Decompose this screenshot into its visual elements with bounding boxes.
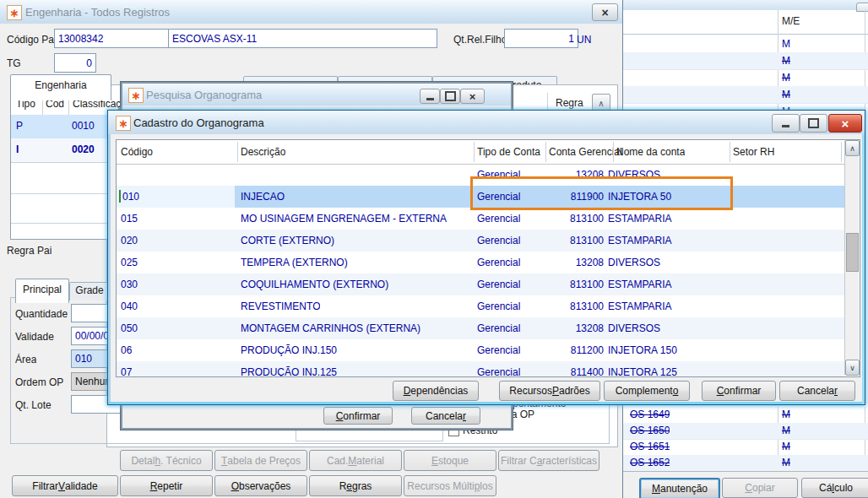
cadastro-cancelar-button[interactable]: Cancelar (779, 381, 855, 401)
table-row-selected[interactable]: 010 INJECAO Gerencial 811900 INJETORA 50 (117, 186, 844, 208)
pesquisa-titlebar[interactable]: ∗ Pesquisa Organograma × (122, 84, 511, 106)
tabela-de-precos-button[interactable]: Tabela de Preços (214, 450, 307, 471)
tab-engenharia[interactable]: Engenharia (10, 74, 111, 100)
recursos-padroes-button[interactable]: Recursos Padrões (499, 381, 600, 401)
classificacao-cell: 0010 (72, 120, 95, 132)
minimize-icon[interactable] (772, 114, 800, 133)
codigo-edit-cell[interactable]: 010 (117, 186, 235, 208)
table-row[interactable]: OS 1652 M (621, 455, 868, 471)
minimize-icon[interactable] (420, 89, 440, 104)
tg-input[interactable]: 0 (54, 53, 96, 73)
col-nome-da-conta[interactable]: Nome da conta (616, 146, 685, 158)
table-row[interactable]: 050 MONTAGEM CARRINHOS (EXTERNA) Gerenci… (117, 317, 844, 339)
quantidade-label: Quantidade (15, 308, 68, 320)
table-row[interactable]: 015 MO USINAGEM ENGRENAGEM - EXTERNA Ger… (117, 208, 844, 230)
scroll-down-icon[interactable]: ∨ (845, 360, 860, 376)
me-cell: M (782, 457, 790, 468)
repetir-button[interactable]: Repetir (120, 475, 213, 496)
recursos-multiplos-button[interactable]: Recursos Múltiplos (404, 475, 496, 496)
cadastro-confirmar-button[interactable]: Confirmar (702, 381, 776, 401)
codigo-pai-input[interactable]: 13008342 (54, 29, 173, 48)
nome-cell: ESTAMPARIA (608, 300, 672, 312)
os-cell: OS 1651 (630, 441, 670, 452)
table-row[interactable]: 025 TEMPERA (EXTERNO) Gerencial 13208 DI… (117, 252, 844, 273)
tab-principal[interactable]: Principal (15, 279, 69, 303)
tipo-cell: Gerencial (477, 279, 520, 290)
table-row[interactable]: 030 COQUILHAMENTO (EXTERNO) Gerencial 81… (117, 273, 844, 295)
calculo-button[interactable]: Cálculo (801, 478, 868, 498)
engenharia-titlebar[interactable]: ∗ Engenharia - Todos Registros × (0, 0, 622, 24)
cad-material-button[interactable]: Cad. Material (309, 450, 402, 471)
descricao-cell: COQUILHAMENTO (EXTERNO) (241, 279, 388, 290)
tipo-cell: Gerencial (477, 191, 520, 203)
pesquisa-cancelar-button[interactable]: Cancelar (411, 407, 480, 425)
tg-label: TG (7, 57, 21, 69)
table-row[interactable]: OS 1649 M (621, 407, 868, 424)
descricao-cell: INJECAO (241, 191, 285, 203)
area-label: Área (15, 354, 36, 365)
table-row[interactable]: M (621, 69, 868, 87)
close-icon[interactable]: × (828, 114, 862, 133)
table-row[interactable]: 020 CORTE (EXTERNO) Gerencial 813100 EST… (117, 230, 844, 252)
nome-cell: INJETORA 150 (608, 344, 677, 356)
codigo-cell: 040 (121, 300, 138, 312)
conta-cell: 13208 (522, 322, 604, 334)
codigo-cell: 015 (121, 213, 138, 225)
table-row[interactable]: M (621, 86, 868, 104)
codigo-cell: 025 (121, 257, 138, 268)
table-row[interactable]: 040 REVESTIMENTO Gerencial 813100 ESTAMP… (117, 295, 844, 317)
nome-cell: DIVERSOS (608, 322, 660, 334)
close-icon[interactable]: × (460, 89, 485, 104)
regra-pai-label: Regra Pai (7, 245, 52, 257)
table-row[interactable]: 07 PRODUÇÃO INJ.125 Gerencial 811400 INJ… (117, 361, 844, 377)
filtrar-validade-button[interactable]: Filtrar Validade (12, 475, 118, 496)
tab-grade[interactable]: Grade (69, 282, 110, 300)
copiar-button[interactable]: Copiar (722, 478, 798, 498)
complemento-button[interactable]: Complemento (604, 381, 690, 401)
os-cell: OS 1650 (630, 425, 670, 436)
table-row[interactable]: M (621, 35, 868, 53)
estoque-button[interactable]: Estoque (404, 450, 496, 471)
nome-cell: INJETORA 50 (608, 191, 671, 203)
dependencias-button[interactable]: Dependências (393, 381, 479, 401)
table-row[interactable]: OS 1650 M (621, 423, 868, 440)
codigo-cell: 07 (121, 366, 132, 377)
close-icon[interactable]: × (592, 3, 618, 21)
tipo-cell: Gerencial (477, 257, 520, 268)
col-descricao[interactable]: Descrição (241, 146, 285, 158)
table-row[interactable]: Gerencial 13208 DIVERSOS (117, 164, 844, 186)
tipo-cell: I (16, 143, 19, 155)
vertical-scrollbar[interactable]: ∧ ∨ (844, 140, 859, 375)
nome-cell: ESTAMPARIA (608, 213, 672, 225)
background-partial-button[interactable] (856, 3, 868, 12)
observacoes-button[interactable]: Observações (214, 475, 307, 496)
maximize-icon[interactable] (440, 89, 460, 104)
scrollbar-thumb[interactable] (846, 233, 859, 272)
me-column-header: M/E (782, 15, 800, 27)
pesquisa-confirmar-button[interactable]: Confirmar (323, 407, 393, 425)
me-cell: M (782, 425, 790, 436)
manutencao-button[interactable]: Manutenção (639, 478, 720, 498)
detalh-tecnico-button[interactable]: Detalh. Técnico (120, 450, 213, 471)
col-setor-rh[interactable]: Setor RH (733, 146, 774, 158)
descricao-input[interactable]: ESCOVAS ASX-11 (168, 29, 437, 48)
cadastro-titlebar[interactable]: ∗ Cadastro do Organograma × (108, 111, 865, 134)
descricao-cell: MO USINAGEM ENGRENAGEM - EXTERNA (241, 213, 447, 225)
col-codigo[interactable]: Código (121, 146, 153, 158)
me-cell: M (782, 441, 790, 452)
maximize-icon[interactable] (800, 114, 827, 133)
validade-label: Validade (15, 331, 54, 343)
codigo-cell: 06 (121, 344, 132, 356)
qt-rel-filho-input[interactable]: 1 (504, 29, 578, 48)
tipo-cell: Gerencial (477, 300, 520, 312)
filtrar-caracteristicas-button[interactable]: Filtrar Características (498, 450, 599, 471)
codigo-cell: 030 (121, 279, 138, 290)
table-row[interactable]: 06 PRODUÇÃO INJ.150 Gerencial 811200 INJ… (117, 339, 844, 361)
table-row[interactable]: OS 1651 M (621, 439, 868, 456)
table-row[interactable]: M (621, 52, 868, 70)
regras-button[interactable]: Regras (309, 475, 402, 496)
col-conta-gerencial[interactable]: Conta Gerencial (549, 146, 622, 158)
col-tipo-de-conta[interactable]: Tipo de Conta (477, 146, 540, 158)
scroll-up-icon[interactable]: ∧ (845, 140, 860, 156)
me-cell: M (782, 38, 790, 50)
